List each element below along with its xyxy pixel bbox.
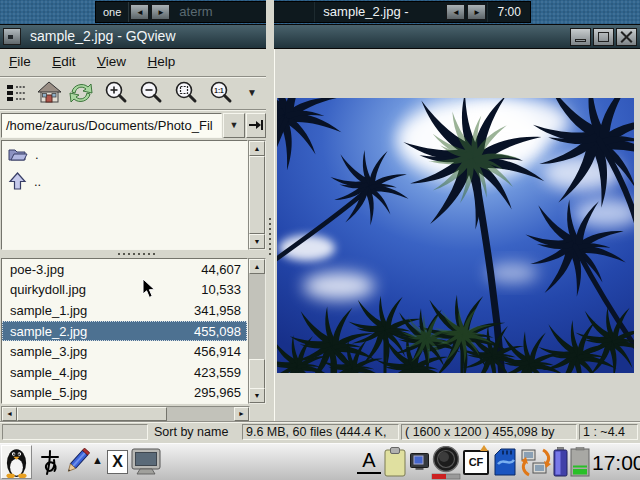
status-progress-area [2, 424, 148, 440]
maximize-button[interactable] [593, 28, 614, 46]
sync-icon[interactable] [521, 447, 551, 478]
file-row[interactable]: sample_1.jpg 341,958 [2, 300, 247, 321]
refresh-icon[interactable] [68, 80, 94, 106]
taskbar-prev-button[interactable]: ◄ [130, 4, 149, 20]
window-titlebar[interactable]: sample_2.jpg - GQview [0, 24, 640, 49]
file-list: poe-3.jpg 44,607 quirkydoll.jpg 10,533 s… [1, 258, 248, 404]
folder-list: . .. [1, 140, 248, 250]
scroll-down-icon[interactable]: ▼ [249, 234, 265, 249]
image-view-pane[interactable] [274, 49, 640, 421]
home-icon[interactable] [36, 80, 62, 106]
bottom-taskbar: ▲ X A CF [0, 443, 640, 480]
close-button[interactable] [616, 28, 637, 46]
top-taskbar: one ◄ ► aterm sample_2.jpg - ◄ ► 7:00 [95, 1, 531, 23]
input-method-icon[interactable] [38, 449, 62, 476]
toolbar: 1:1 ▼ [0, 77, 266, 110]
window-menu-button[interactable] [3, 28, 21, 45]
folder-name: . [35, 147, 39, 162]
scroll-up-icon[interactable]: ▲ [249, 259, 265, 274]
font-applet-icon[interactable]: A [357, 448, 381, 474]
folder-icon [8, 147, 28, 162]
arrow-to-bar-icon [247, 114, 265, 137]
battery-meter-icon[interactable] [570, 447, 590, 477]
file-list-scrollbar[interactable]: ▲ ▼ [248, 258, 266, 404]
start-menu-button[interactable] [1, 445, 32, 479]
taskbar-clock: 7:00 [487, 2, 530, 22]
cf-card-icon[interactable]: CF [463, 450, 489, 475]
status-zoom-ratio: 1 : ~4.4 [579, 424, 638, 440]
path-input[interactable]: /home/zaurus/Documents/Photo_Fil [1, 113, 222, 138]
pen-icon[interactable] [63, 448, 90, 476]
volume-icon[interactable] [431, 446, 461, 480]
scroll-down-icon[interactable]: ▼ [249, 388, 265, 403]
taskbar-window-active[interactable]: sample_2.jpg - [315, 2, 445, 22]
scroll-up-icon[interactable]: ▲ [249, 141, 265, 156]
photo-palm-trees[interactable] [277, 98, 634, 373]
zoom-in-icon[interactable] [103, 80, 129, 106]
folder-list-scrollbar[interactable]: ▲ ▼ [248, 140, 266, 250]
x-server-icon[interactable]: X [107, 450, 128, 474]
horizontal-splitter[interactable] [0, 250, 266, 258]
status-files-info: 9.6 MB, 60 files (444.4 K, [242, 424, 399, 440]
thumbnails-icon[interactable] [4, 80, 30, 106]
status-sort-label[interactable]: Sort by name [154, 422, 228, 443]
file-row[interactable]: sample_5.jpg 295,965 [2, 382, 247, 403]
folder-row-parent[interactable]: .. [2, 168, 247, 195]
cf-eject-icon [480, 445, 488, 451]
zoom-out-icon[interactable] [138, 80, 164, 106]
file-row[interactable]: sample_3.jpg 456,914 [2, 341, 247, 362]
taskbar-next-button[interactable]: ► [151, 4, 170, 20]
menu-help[interactable]: Help [147, 49, 175, 75]
zoom-1-1-label: 1:1 [214, 87, 224, 94]
browser-panel: File Edit View Help [0, 49, 266, 421]
status-image-info: ( 1600 x 1200 ) 455,098 by [401, 424, 577, 440]
zoom-1-1-icon[interactable]: 1:1 [208, 80, 234, 106]
monitor-icon[interactable] [131, 448, 161, 477]
taskbar-prev-button-2[interactable]: ◄ [446, 4, 465, 20]
scrollbar-thumb[interactable] [249, 156, 265, 234]
tux-penguin-icon [2, 446, 31, 478]
folder-row-current[interactable]: . [2, 141, 247, 168]
path-complete-button[interactable] [246, 113, 266, 138]
taskbar-window-aterm[interactable]: aterm [171, 2, 315, 22]
file-row-selected[interactable]: sample_2.jpg 455,098 [2, 321, 247, 342]
scroll-right-icon[interactable]: ► [234, 407, 249, 421]
file-row[interactable]: sample_4.jpg 423,559 [2, 362, 247, 383]
toolbar-overflow-arrow-icon[interactable]: ▼ [244, 85, 260, 101]
screen: one ◄ ► aterm sample_2.jpg - ◄ ► 7:00 sa… [0, 0, 640, 480]
up-arrow-icon [8, 172, 27, 191]
window-title: sample_2.jpg - GQview [30, 25, 176, 48]
clipboard-icon[interactable] [384, 447, 406, 477]
path-dropdown-button[interactable]: ▼ [223, 113, 245, 138]
workspace-label[interactable]: one [96, 2, 129, 22]
sd-card-icon[interactable] [492, 448, 518, 476]
menu-view[interactable]: View [97, 49, 126, 75]
zoom-fit-icon[interactable] [173, 80, 199, 106]
menu-file[interactable]: File [9, 49, 31, 75]
taskbar-clock-bottom: 17:00 [592, 444, 639, 480]
status-bar: Sort by name 9.6 MB, 60 files (444.4 K, … [0, 421, 640, 443]
screen-rotate-icon[interactable] [410, 453, 429, 470]
scrollbar-thumb[interactable] [17, 407, 167, 421]
file-row[interactable]: quirkydoll.jpg 10,533 [2, 280, 247, 301]
menu-bar: File Edit View Help [0, 49, 266, 77]
file-row[interactable]: poe-3.jpg 44,607 [2, 259, 247, 280]
taskbar-collapse-icon[interactable]: ▲ [92, 454, 103, 466]
menu-edit[interactable]: Edit [52, 49, 75, 75]
taskbar-next-button-2[interactable]: ► [467, 4, 486, 20]
vertical-splitter[interactable] [266, 0, 274, 372]
folder-name: .. [34, 174, 41, 189]
scroll-left-icon[interactable]: ◄ [2, 407, 17, 421]
battery-icon[interactable] [553, 447, 568, 477]
minimize-button[interactable] [570, 28, 591, 46]
file-list-hscrollbar[interactable]: ◄ ► [1, 406, 250, 422]
